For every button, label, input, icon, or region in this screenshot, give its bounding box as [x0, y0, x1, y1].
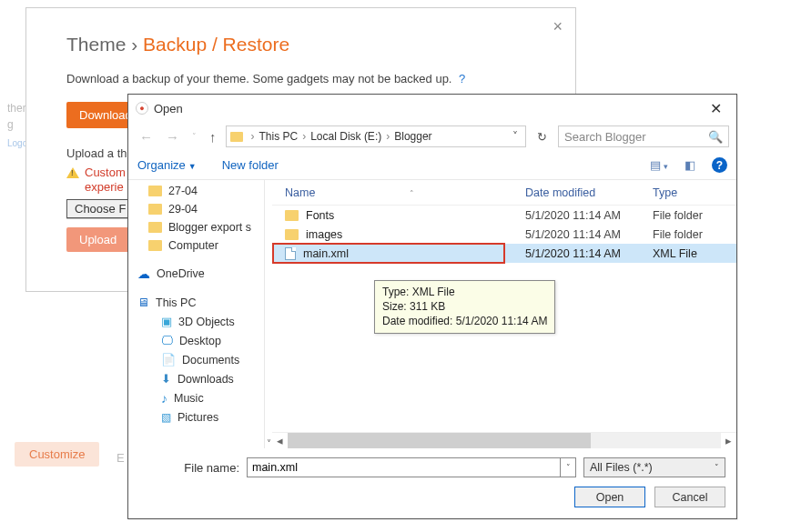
list-item-selected[interactable]: main.xml 5/1/2020 11:14 AM XML File — [272, 244, 736, 263]
scroll-left-button[interactable]: ◂ — [272, 433, 288, 448]
folder-icon — [148, 222, 162, 233]
tree-folder[interactable]: 27-04 — [128, 182, 264, 200]
monitor-icon: 🖥 — [137, 296, 149, 309]
tree-label: 29-04 — [168, 203, 198, 216]
chevron-down-icon: ▼ — [188, 162, 197, 171]
tree-downloads[interactable]: ⬇Downloads — [128, 369, 264, 388]
column-date[interactable]: Date modified — [525, 186, 653, 199]
file-icon — [285, 247, 296, 260]
scroll-track[interactable] — [288, 433, 721, 448]
view-mode-button[interactable]: ▤▾ — [650, 158, 668, 172]
file-type: XML File — [653, 247, 736, 260]
search-input[interactable]: Search Blogger 🔍 — [558, 125, 729, 147]
file-tooltip: Type: XML File Size: 311 KB Date modifie… — [374, 280, 555, 334]
folder-icon — [230, 132, 243, 142]
filename-input[interactable] — [247, 457, 561, 477]
tree-label: Music — [174, 392, 204, 405]
nav-up-button[interactable]: ↑ — [206, 129, 220, 145]
tooltip-line: Size: 311 KB — [382, 299, 547, 314]
file-name: main.xml — [303, 247, 349, 260]
help-icon[interactable]: ? — [459, 72, 465, 85]
tree-label: This PC — [156, 296, 196, 309]
chevron-right-icon: › — [248, 130, 258, 143]
column-type[interactable]: Type — [653, 186, 736, 199]
help-button[interactable]: ? — [712, 157, 727, 173]
file-type: File folder — [653, 209, 736, 222]
warning-text: Custom experie — [85, 166, 126, 194]
document-icon: 📄 — [161, 353, 176, 366]
column-name[interactable]: Name ˄ — [272, 186, 525, 199]
search-icon[interactable]: 🔍 — [708, 130, 723, 144]
nav-recent-dropdown[interactable]: ˅ — [188, 132, 200, 141]
breadcrumb-dropdown[interactable]: ˅ — [509, 130, 522, 143]
tree-folder[interactable]: 29-04 — [128, 200, 264, 218]
nav-forward-button[interactable]: → — [162, 129, 183, 145]
bg-e-text: E — [117, 451, 125, 465]
tree-onedrive[interactable]: ☁OneDrive — [128, 264, 264, 284]
new-folder-button[interactable]: New folder — [222, 158, 279, 172]
chevron-right-icon: › — [299, 130, 309, 143]
tree-folder[interactable]: Computer — [128, 236, 264, 255]
warning-icon — [66, 167, 79, 178]
tree-label: Pictures — [177, 411, 218, 424]
file-list[interactable]: Fonts 5/1/2020 11:14 AM File folder imag… — [272, 206, 736, 432]
tree-music[interactable]: ♪Music — [128, 388, 264, 408]
list-item[interactable]: images 5/1/2020 11:14 AM File folder — [272, 225, 736, 244]
upload-button[interactable]: Upload — [66, 227, 129, 252]
tree-desktop[interactable]: 🖵Desktop — [128, 331, 264, 350]
desc-text: Download a backup of your theme. Some ga… — [66, 72, 451, 85]
chevron-down-icon: ˅ — [715, 463, 719, 472]
filename-history-dropdown[interactable]: ˅ — [561, 457, 576, 477]
tree-folder[interactable]: Blogger export s — [128, 218, 264, 236]
breadcrumb[interactable]: › This PC › Local Disk (E:) › Blogger ˅ — [226, 125, 527, 147]
sort-indicator-icon: ˄ — [410, 189, 414, 198]
tooltip-line: Date modified: 5/1/2020 11:14 AM — [382, 314, 547, 328]
close-window-button[interactable]: ✕ — [703, 98, 729, 119]
column-headers[interactable]: Name ˄ Date modified Type — [272, 180, 736, 206]
window-title: Open — [154, 102, 703, 115]
tree-label: Downloads — [177, 373, 234, 386]
file-date: 5/1/2020 11:14 AM — [525, 247, 653, 260]
close-icon[interactable]: × — [553, 17, 563, 36]
tree-3d-objects[interactable]: ▣3D Objects — [128, 312, 264, 331]
open-button[interactable]: Open — [574, 487, 645, 507]
download-icon: ⬇ — [161, 372, 171, 386]
tree-pictures[interactable]: ▧Pictures — [128, 408, 264, 427]
nav-back-button[interactable]: ← — [136, 129, 157, 145]
picture-icon: ▧ — [161, 411, 171, 424]
folder-icon — [285, 229, 299, 240]
folder-tree[interactable]: 27-04 29-04 Blogger export s Computer ☁O… — [128, 180, 265, 448]
tree-documents[interactable]: 📄Documents — [128, 350, 264, 369]
file-date: 5/1/2020 11:14 AM — [525, 209, 653, 222]
tree-label: Documents — [182, 354, 239, 366]
tree-label: 27-04 — [168, 185, 198, 197]
dialog-desc: Download a backup of your theme. Some ga… — [66, 72, 535, 85]
filename-label: File name: — [139, 461, 239, 475]
horizontal-scrollbar[interactable]: ◂ ▸ — [272, 432, 736, 448]
organize-label: Organize — [137, 158, 186, 172]
scroll-right-button[interactable]: ▸ — [721, 433, 736, 448]
customize-button[interactable]: Customize — [15, 442, 99, 467]
filter-label: All Files (*.*) — [590, 461, 653, 474]
breadcrumb-item[interactable]: This PC — [259, 130, 299, 143]
breadcrumb-item[interactable]: Local Disk (E:) — [310, 130, 381, 143]
file-date: 5/1/2020 11:14 AM — [525, 228, 653, 241]
list-item[interactable]: Fonts 5/1/2020 11:14 AM File folder — [272, 206, 736, 225]
organize-menu[interactable]: Organize▼ — [137, 158, 197, 172]
tree-label: 3D Objects — [178, 316, 235, 328]
file-type-filter[interactable]: All Files (*.*) ˅ — [583, 457, 725, 477]
tree-thispc[interactable]: 🖥This PC — [128, 293, 264, 312]
file-name: Fonts — [306, 209, 334, 222]
cloud-icon: ☁ — [137, 266, 150, 281]
tree-scroll-down[interactable]: ˅ — [265, 438, 272, 448]
cancel-button[interactable]: Cancel — [654, 487, 725, 507]
breadcrumb-item[interactable]: Blogger — [394, 130, 431, 143]
tree-label: Desktop — [179, 335, 221, 347]
preview-pane-button[interactable]: ◧ — [685, 158, 695, 172]
chrome-icon: ● — [136, 102, 148, 115]
tree-label: Blogger export s — [168, 221, 251, 234]
scroll-thumb[interactable] — [288, 433, 591, 448]
refresh-button[interactable]: ↻ — [532, 130, 553, 144]
title-accent: Backup / Restore — [143, 34, 289, 55]
choose-file-button[interactable]: Choose F — [66, 199, 134, 218]
